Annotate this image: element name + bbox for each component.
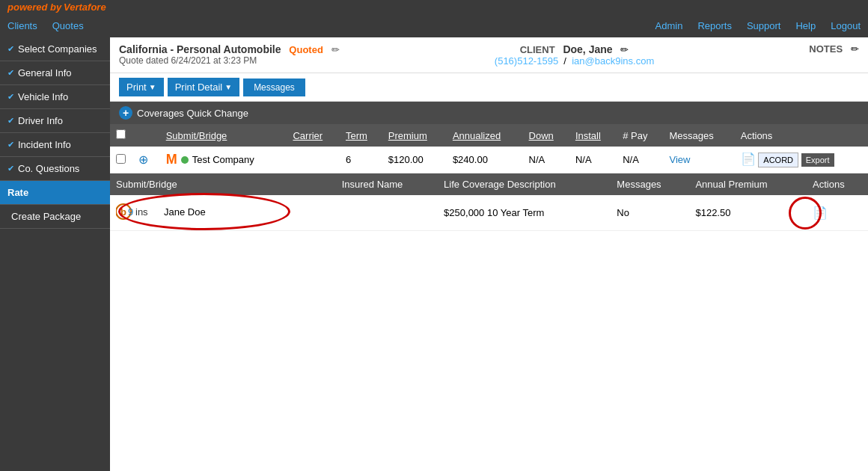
auto-table: Submit/Bridge Carrier Term Premium Annua… bbox=[110, 124, 868, 173]
sidebar-label-create-package: Create Package bbox=[11, 211, 81, 222]
sidebar-label-rate: Rate bbox=[7, 187, 28, 198]
client-phone[interactable]: (516)512-1595 bbox=[495, 55, 558, 67]
life-table-row: b 9 ins Jane Doe $250,000 10 Year Te bbox=[110, 195, 868, 231]
sidebar-item-vehicle-info[interactable]: ✔ Vehicle Info bbox=[0, 85, 110, 109]
header-annualized[interactable]: Annualized bbox=[447, 124, 523, 147]
life-row-coverage: $250,000 10 Year Term bbox=[438, 195, 611, 231]
nav-reports[interactable]: Reports bbox=[697, 20, 732, 31]
vertafore-logo: M bbox=[166, 152, 177, 167]
messages-button[interactable]: Messages bbox=[243, 78, 305, 96]
quote-header-center: CLIENT Doe, Jane ✏ (516)512-1595 / ian@b… bbox=[495, 43, 654, 67]
client-email[interactable]: ian@back9ins.com bbox=[572, 55, 654, 67]
nav-logout[interactable]: Logout bbox=[831, 20, 861, 31]
nav-help[interactable]: Help bbox=[795, 20, 816, 31]
check-icon: ✔ bbox=[7, 92, 14, 102]
brand-powered-by: powered by bbox=[7, 1, 61, 13]
sidebar-item-general-info[interactable]: ✔ General Info bbox=[0, 61, 110, 85]
svg-text:ins: ins bbox=[135, 206, 148, 218]
life-header-actions: Actions bbox=[807, 173, 868, 195]
client-edit-icon[interactable]: ✏ bbox=[620, 44, 629, 55]
select-all-checkbox[interactable] bbox=[116, 129, 126, 139]
header-actions: Actions bbox=[735, 124, 868, 147]
sidebar-item-driver-info[interactable]: ✔ Driver Info bbox=[0, 109, 110, 133]
auto-table-row: ⊕ M Test Company 6 $120.00 $240.0 bbox=[110, 147, 868, 173]
brand-bar: powered by Vertafore bbox=[0, 0, 868, 13]
row-carrier-cell bbox=[287, 147, 340, 173]
contact-row: (516)512-1595 / ian@back9ins.com bbox=[495, 55, 654, 67]
print-button[interactable]: Print ▼ bbox=[119, 78, 164, 96]
back9-logo: b 9 ins Jane Doe bbox=[116, 200, 330, 223]
life-table: Submit/Bridge Insured Name Life Coverage… bbox=[110, 173, 868, 231]
svg-text:9: 9 bbox=[128, 206, 133, 218]
plus-icon[interactable]: + bbox=[119, 106, 132, 120]
client-name: Doe, Jane bbox=[563, 43, 612, 55]
quote-title-row: California - Personal Automobile Quoted … bbox=[119, 43, 340, 55]
sidebar-item-incident-info[interactable]: ✔ Incident Info bbox=[0, 133, 110, 157]
header-carrier[interactable]: Carrier bbox=[287, 124, 340, 147]
quote-status: Quoted bbox=[289, 44, 323, 55]
life-row-messages: No bbox=[611, 195, 689, 231]
life-header-annual-premium: Annual Premium bbox=[689, 173, 807, 195]
print-detail-dropdown-arrow[interactable]: ▼ bbox=[224, 83, 232, 91]
check-icon: ✔ bbox=[7, 140, 14, 150]
print-detail-button[interactable]: Print Detail ▼ bbox=[168, 78, 239, 96]
check-icon: ✔ bbox=[7, 44, 14, 54]
sidebar-item-select-companies[interactable]: ✔ Select Companies bbox=[0, 37, 110, 61]
sidebar-item-rate[interactable]: Rate bbox=[0, 181, 110, 205]
sidebar-item-co-questions[interactable]: ✔ Co. Questions bbox=[0, 157, 110, 181]
notes-label: NOTES bbox=[809, 43, 843, 55]
row-install: N/A bbox=[569, 147, 617, 173]
nav-clients[interactable]: Clients bbox=[7, 20, 37, 31]
add-icon[interactable]: ⊕ bbox=[138, 153, 148, 166]
life-row-actions-cell: 📄 bbox=[807, 195, 868, 231]
red-circle-container-1: b 9 ins Jane Doe bbox=[116, 200, 330, 223]
acord-button[interactable]: ACORD bbox=[758, 153, 798, 167]
check-icon: ✔ bbox=[7, 164, 14, 173]
edit-icon[interactable]: ✏ bbox=[331, 44, 340, 55]
row-checkbox[interactable] bbox=[116, 154, 126, 164]
row-actions-cell: 📄 ACORD Export bbox=[735, 147, 868, 173]
life-header-messages: Messages bbox=[611, 173, 689, 195]
life-row-logo-cell: b 9 ins Jane Doe bbox=[110, 195, 336, 231]
insured-name-logo-text: Jane Doe bbox=[164, 206, 206, 218]
row-down: N/A bbox=[523, 147, 569, 173]
life-pdf-icon[interactable]: 📄 bbox=[813, 206, 828, 219]
header-messages: Messages bbox=[663, 124, 734, 147]
life-row-annual-premium: $122.50 bbox=[689, 195, 807, 231]
nav-admin[interactable]: Admin bbox=[655, 20, 683, 31]
row-messages-link-cell: View bbox=[663, 147, 734, 173]
carrier-name: Test Company bbox=[192, 154, 254, 165]
check-icon: ✔ bbox=[7, 116, 14, 126]
header-submit-bridge[interactable]: Submit/Bridge bbox=[160, 124, 287, 147]
header-down[interactable]: Down bbox=[523, 124, 569, 147]
print-dropdown-arrow[interactable]: ▼ bbox=[149, 83, 156, 91]
header-premium[interactable]: Premium bbox=[382, 124, 447, 147]
sidebar-label-vehicle-info: Vehicle Info bbox=[18, 91, 68, 102]
sidebar-label-incident-info: Incident Info bbox=[18, 139, 71, 150]
row-annualized: $240.00 bbox=[447, 147, 523, 173]
notes-edit-icon[interactable]: ✏ bbox=[851, 43, 859, 55]
export-button[interactable]: Export bbox=[801, 153, 834, 167]
carrier-status-dot bbox=[181, 156, 189, 164]
row-checkbox-cell bbox=[110, 147, 132, 173]
brand-name: Vertafore bbox=[64, 1, 106, 13]
sidebar-item-create-package[interactable]: Create Package bbox=[0, 205, 110, 229]
content-area: California - Personal Automobile Quoted … bbox=[110, 37, 868, 471]
main-layout: ✔ Select Companies ✔ General Info ✔ Vehi… bbox=[0, 37, 868, 471]
row-carrier-logo-cell: M Test Company bbox=[160, 147, 287, 173]
life-header-insured-name: Insured Name bbox=[336, 173, 438, 195]
pdf-icon[interactable]: 📄 bbox=[741, 153, 756, 165]
quote-header-right: NOTES ✏ bbox=[809, 43, 859, 55]
nav-bar: Clients Quotes Admin Reports Support Hel… bbox=[0, 13, 868, 37]
nav-support[interactable]: Support bbox=[747, 20, 781, 31]
header-term[interactable]: Term bbox=[340, 124, 382, 147]
life-table-header-row: Submit/Bridge Insured Name Life Coverage… bbox=[110, 173, 868, 195]
header-install[interactable]: Install bbox=[569, 124, 617, 147]
nav-quotes[interactable]: Quotes bbox=[52, 20, 84, 31]
row-add-cell: ⊕ bbox=[132, 147, 160, 173]
carrier-logo: M Test Company bbox=[166, 152, 281, 167]
view-messages-link[interactable]: View bbox=[669, 154, 690, 165]
svg-text:b: b bbox=[120, 206, 126, 218]
sidebar: ✔ Select Companies ✔ General Info ✔ Vehi… bbox=[0, 37, 110, 471]
row-premium: $120.00 bbox=[382, 147, 447, 173]
